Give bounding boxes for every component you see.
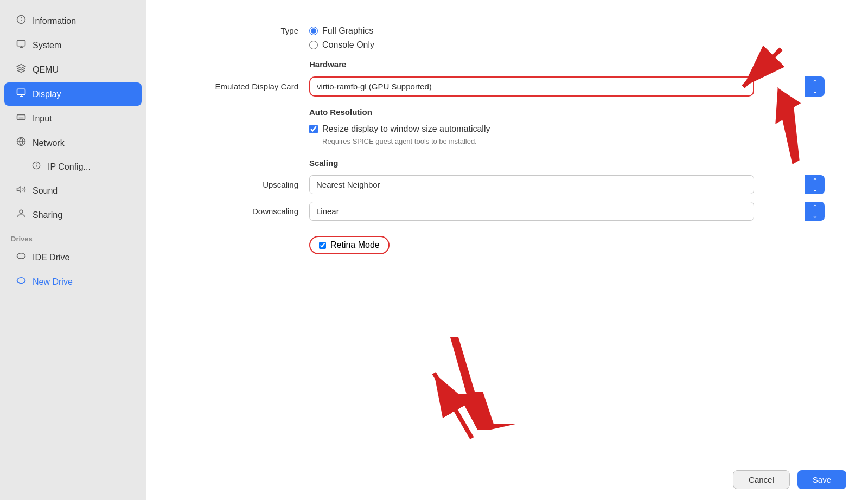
emulated-display-card-wrapper: virtio-ramfb-gl (GPU Supported) virtio-g… bbox=[309, 76, 825, 97]
sidebar-item-sharing[interactable]: Sharing bbox=[4, 203, 142, 227]
emulated-display-card-select[interactable]: virtio-ramfb-gl (GPU Supported) virtio-g… bbox=[309, 76, 754, 97]
svg-rect-3 bbox=[17, 40, 25, 46]
svg-rect-9 bbox=[17, 115, 25, 120]
radio-full-graphics-input[interactable] bbox=[309, 27, 318, 35]
downscaling-wrapper: Linear Nearest Neighbor Bilinear ⌃⌄ bbox=[309, 202, 825, 221]
svg-line-24 bbox=[434, 373, 472, 438]
sharing-icon bbox=[15, 209, 27, 221]
ip-config-icon bbox=[30, 161, 42, 172]
scaling-heading: Scaling bbox=[309, 158, 825, 168]
sidebar-item-qemu[interactable]: QEMU bbox=[4, 58, 142, 81]
upscaling-row: Upscaling Nearest Neighbor Linear Biline… bbox=[190, 175, 825, 194]
emulated-display-card-row: Emulated Display Card virtio-ramfb-gl (G… bbox=[190, 76, 825, 97]
sidebar-item-ide-drive[interactable]: IDE Drive bbox=[4, 246, 142, 269]
sidebar-item-label: New Drive bbox=[33, 277, 73, 287]
sidebar-item-network[interactable]: Network bbox=[4, 131, 142, 155]
emulated-display-card-select-wrapper: virtio-ramfb-gl (GPU Supported) virtio-g… bbox=[309, 76, 825, 97]
svg-marker-20 bbox=[450, 337, 515, 430]
downscaling-select[interactable]: Linear Nearest Neighbor Bilinear bbox=[309, 202, 754, 221]
radio-full-graphics-label: Full Graphics bbox=[322, 26, 373, 36]
auto-resolution-section: Resize display to window size automatica… bbox=[309, 124, 825, 145]
sidebar-item-new-drive[interactable]: New Drive bbox=[4, 270, 142, 293]
radio-console-only-label: Console Only bbox=[322, 40, 374, 50]
sidebar-item-label: QEMU bbox=[33, 65, 59, 75]
qemu-icon bbox=[15, 63, 27, 76]
sidebar-item-system[interactable]: System bbox=[4, 34, 142, 57]
downscaling-arrow: ⌃⌄ bbox=[805, 202, 825, 221]
retina-mode-section: Retina Mode bbox=[309, 236, 825, 254]
red-arrow-retina bbox=[407, 321, 526, 430]
cancel-button[interactable]: Cancel bbox=[733, 470, 790, 489]
type-options: Full Graphics Console Only bbox=[309, 26, 825, 50]
system-icon bbox=[15, 39, 27, 52]
network-icon bbox=[15, 137, 27, 149]
resize-display-hint: Requires SPICE guest agent tools to be i… bbox=[322, 137, 825, 145]
sidebar-item-label: IDE Drive bbox=[33, 253, 69, 262]
radio-full-graphics[interactable]: Full Graphics bbox=[309, 26, 825, 36]
downscaling-select-wrapper: Linear Nearest Neighbor Bilinear ⌃⌄ bbox=[309, 202, 825, 221]
retina-mode-highlight: Retina Mode bbox=[309, 236, 390, 254]
info-icon bbox=[15, 15, 27, 27]
sidebar-item-label: IP Config... bbox=[48, 162, 91, 172]
emulated-display-card-arrow: ⌃⌄ bbox=[805, 76, 825, 97]
display-icon bbox=[15, 88, 27, 100]
radio-console-only-input[interactable] bbox=[309, 41, 318, 49]
retina-mode-label: Retina Mode bbox=[330, 240, 380, 250]
resize-display-row[interactable]: Resize display to window size automatica… bbox=[309, 124, 825, 134]
sidebar-item-ip-config[interactable]: IP Config... bbox=[4, 156, 142, 178]
sidebar-item-information[interactable]: Information bbox=[4, 9, 142, 33]
sidebar-item-label: Sharing bbox=[33, 210, 62, 220]
new-drive-icon bbox=[15, 275, 27, 288]
emulated-display-card-label: Emulated Display Card bbox=[190, 82, 309, 91]
annotation-arrow-2 bbox=[418, 357, 488, 446]
main-content: Type Full Graphics Console Only Hardware… bbox=[146, 0, 868, 500]
radio-console-only[interactable]: Console Only bbox=[309, 40, 825, 50]
upscaling-wrapper: Nearest Neighbor Linear Bilinear ⌃⌄ bbox=[309, 175, 825, 194]
auto-resolution-heading: Auto Resolution bbox=[309, 107, 825, 117]
input-icon bbox=[15, 112, 27, 125]
svg-rect-6 bbox=[17, 89, 25, 95]
retina-mode-checkbox[interactable] bbox=[319, 242, 326, 249]
type-label: Type bbox=[190, 26, 309, 35]
upscaling-select-wrapper: Nearest Neighbor Linear Bilinear ⌃⌄ bbox=[309, 175, 825, 194]
svg-marker-15 bbox=[17, 187, 21, 193]
sidebar-item-label: Display bbox=[33, 89, 61, 99]
sidebar-item-label: Network bbox=[33, 138, 65, 148]
sidebar-item-label: System bbox=[33, 41, 61, 50]
drives-section-label: Drives bbox=[0, 227, 146, 245]
sound-icon bbox=[15, 184, 27, 197]
sidebar-item-label: Information bbox=[33, 16, 76, 26]
upscaling-label: Upscaling bbox=[190, 180, 309, 189]
ide-drive-icon bbox=[15, 251, 27, 264]
sidebar-item-display[interactable]: Display bbox=[4, 82, 142, 106]
sidebar: Information System QEMU Display Input Ne… bbox=[0, 0, 146, 500]
sidebar-item-sound[interactable]: Sound bbox=[4, 179, 142, 202]
bottom-bar: Cancel Save bbox=[146, 459, 868, 500]
downscaling-row: Downscaling Linear Nearest Neighbor Bili… bbox=[190, 202, 825, 221]
sidebar-item-label: Input bbox=[33, 114, 52, 124]
type-row: Type Full Graphics Console Only bbox=[190, 26, 825, 50]
resize-display-checkbox[interactable] bbox=[309, 125, 318, 133]
hardware-heading: Hardware bbox=[309, 60, 825, 69]
upscaling-select[interactable]: Nearest Neighbor Linear Bilinear bbox=[309, 175, 754, 194]
svg-point-16 bbox=[20, 210, 23, 213]
resize-display-label: Resize display to window size automatica… bbox=[322, 124, 490, 134]
sidebar-item-input[interactable]: Input bbox=[4, 107, 142, 130]
sidebar-item-label: Sound bbox=[33, 186, 58, 196]
downscaling-label: Downscaling bbox=[190, 207, 309, 216]
upscaling-arrow: ⌃⌄ bbox=[805, 175, 825, 194]
save-button[interactable]: Save bbox=[797, 470, 846, 489]
